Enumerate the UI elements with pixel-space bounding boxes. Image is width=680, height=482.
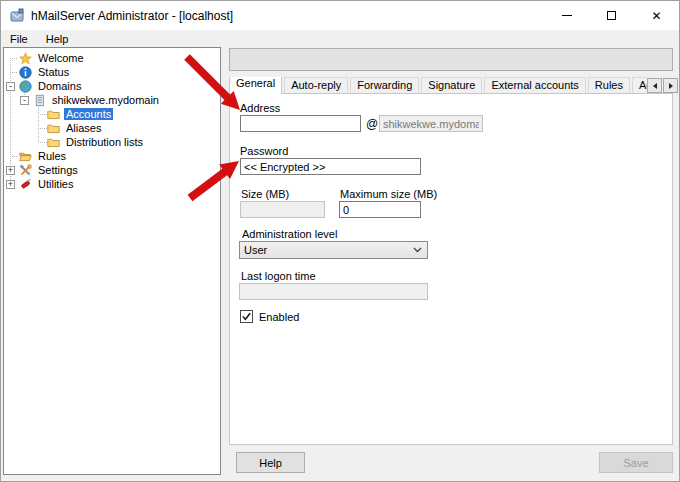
tab-active-directory[interactable]: Active Directory bbox=[632, 77, 647, 94]
enabled-checkbox-row: Enabled bbox=[240, 310, 299, 323]
administration-level-label: Administration level bbox=[242, 228, 337, 240]
chevron-left-icon bbox=[653, 83, 657, 89]
folder-icon bbox=[47, 108, 60, 121]
last-logon-time-input bbox=[239, 283, 428, 300]
sidebar-item-distribution-lists[interactable]: Distribution lists bbox=[4, 135, 220, 149]
tools-icon bbox=[19, 164, 32, 177]
domain-document-icon bbox=[33, 94, 46, 107]
tab-general[interactable]: General bbox=[229, 77, 282, 94]
domain-input bbox=[379, 115, 483, 132]
menu-bar: File Help bbox=[1, 30, 679, 47]
sidebar-item-label: Accounts bbox=[64, 108, 113, 120]
folder-icon bbox=[47, 122, 60, 135]
tab-forwarding[interactable]: Forwarding bbox=[350, 77, 419, 94]
sidebar-item-settings[interactable]: + Settings bbox=[4, 163, 220, 177]
help-button[interactable]: Help bbox=[236, 452, 305, 473]
menu-file[interactable]: File bbox=[1, 30, 37, 47]
enabled-label: Enabled bbox=[259, 311, 299, 323]
size-input bbox=[240, 201, 325, 218]
tab-signature[interactable]: Signature bbox=[421, 77, 482, 94]
sidebar-item-welcome[interactable]: Welcome bbox=[4, 51, 220, 65]
sidebar-item-label: Utilities bbox=[36, 178, 75, 190]
window-title: hMailServer Administrator - [localhost] bbox=[31, 9, 233, 23]
minimize-icon bbox=[562, 15, 572, 16]
administration-level-value: User bbox=[244, 244, 267, 256]
folder-icon bbox=[47, 136, 60, 149]
general-tab-panel: Address @ Password Size (MB) Maximum siz… bbox=[229, 93, 673, 445]
tab-rules[interactable]: Rules bbox=[588, 77, 630, 94]
sidebar-item-accounts[interactable]: Accounts bbox=[4, 107, 220, 121]
title-bar: hMailServer Administrator - [localhost] … bbox=[1, 1, 679, 30]
sidebar-item-label: Welcome bbox=[36, 52, 86, 64]
chevron-down-icon bbox=[413, 247, 422, 253]
app-window: hMailServer Administrator - [localhost] … bbox=[0, 0, 680, 482]
sidebar-item-domains[interactable]: - Domains bbox=[4, 79, 220, 93]
chevron-right-icon bbox=[669, 83, 673, 89]
window-controls: ✕ bbox=[544, 1, 679, 30]
menu-help[interactable]: Help bbox=[37, 30, 78, 47]
close-button[interactable]: ✕ bbox=[634, 1, 679, 30]
folder-open-icon bbox=[19, 150, 32, 163]
tab-scroll-left-button[interactable] bbox=[647, 78, 662, 93]
administration-level-select[interactable]: User bbox=[239, 241, 428, 259]
checkmark-icon bbox=[241, 311, 252, 322]
tree-expander-collapse-icon[interactable]: - bbox=[20, 96, 29, 105]
at-symbol: @ bbox=[366, 117, 378, 131]
maximum-size-label: Maximum size (MB) bbox=[340, 188, 437, 200]
sidebar-item-utilities[interactable]: + Utilities bbox=[4, 177, 220, 191]
sidebar-item-label: Distribution lists bbox=[64, 136, 145, 148]
sidebar-item-label: Aliases bbox=[64, 122, 103, 134]
tab-external-accounts[interactable]: External accounts bbox=[484, 77, 585, 94]
sidebar-item-aliases[interactable]: Aliases bbox=[4, 121, 220, 135]
tab-auto-reply[interactable]: Auto-reply bbox=[284, 77, 348, 94]
close-icon: ✕ bbox=[651, 10, 661, 22]
maximize-button[interactable] bbox=[589, 1, 634, 30]
info-icon bbox=[19, 66, 32, 79]
sidebar-item-status[interactable]: Status bbox=[4, 65, 220, 79]
sidebar-item-label: Settings bbox=[36, 164, 80, 176]
tree-expander-expand-icon[interactable]: + bbox=[6, 166, 15, 175]
sidebar-item-label: Domains bbox=[36, 80, 83, 92]
tree-expander-expand-icon[interactable]: + bbox=[6, 180, 15, 189]
tab-scroll-right-button[interactable] bbox=[663, 78, 678, 93]
address-input[interactable] bbox=[240, 115, 361, 132]
tree-expander-collapse-icon[interactable]: - bbox=[6, 82, 15, 91]
save-button[interactable]: Save bbox=[599, 452, 673, 473]
star-icon bbox=[19, 52, 32, 65]
password-label: Password bbox=[240, 145, 288, 157]
size-label: Size (MB) bbox=[241, 188, 289, 200]
minimize-button[interactable] bbox=[544, 1, 589, 30]
content-header-bar bbox=[229, 48, 673, 71]
address-label: Address bbox=[240, 102, 280, 114]
globe-icon bbox=[19, 80, 32, 93]
maximize-icon bbox=[607, 11, 616, 20]
maximum-size-input[interactable] bbox=[339, 201, 421, 218]
app-icon bbox=[9, 8, 25, 24]
last-logon-time-label: Last logon time bbox=[241, 270, 316, 282]
sidebar-item-label: shikwekwe.mydomain bbox=[50, 94, 161, 106]
sidebar-item-rules[interactable]: Rules bbox=[4, 149, 220, 163]
sidebar-item-domain-shikwekwe[interactable]: - shikwekwe.mydomain bbox=[4, 93, 220, 107]
utility-knife-icon bbox=[19, 178, 32, 191]
sidebar-item-label: Rules bbox=[36, 150, 68, 162]
enabled-checkbox[interactable] bbox=[240, 310, 253, 323]
navigation-tree: Welcome Status - Domains - shikwekwe.myd… bbox=[3, 47, 221, 475]
password-input[interactable] bbox=[240, 158, 421, 175]
sidebar-item-label: Status bbox=[36, 66, 71, 78]
account-tabs: General Auto-reply Forwarding Signature … bbox=[229, 77, 647, 94]
